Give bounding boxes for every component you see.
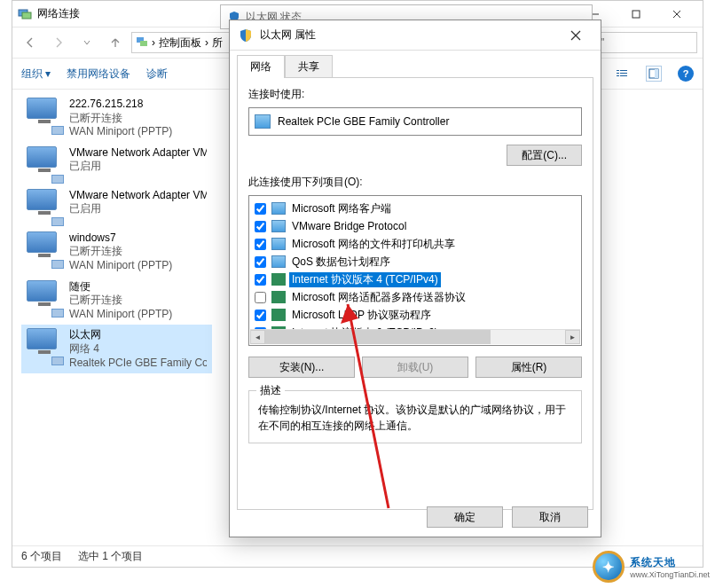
component-row[interactable]: Internet 协议版本 4 (TCP/IPv4) <box>251 270 579 288</box>
component-checkbox[interactable] <box>255 221 266 232</box>
component-checkbox[interactable] <box>255 310 266 321</box>
connection-item[interactable]: VMware Network Adapter VMnet8 已启用 <box>21 185 212 228</box>
tab-network[interactable]: 网络 <box>237 55 285 78</box>
component-row[interactable]: Microsoft 网络客户端 <box>251 200 579 217</box>
horizontal-scrollbar[interactable]: ◄ ► <box>250 329 580 344</box>
watermark-brand: 系统天地 <box>630 555 710 570</box>
connection-driver: WAN Miniport (PPTP) <box>69 308 172 322</box>
watermark-logo-icon: ✦ <box>593 551 625 583</box>
dlg-close-button[interactable] <box>560 23 592 48</box>
svg-rect-9 <box>620 73 627 74</box>
diagnose-button[interactable]: 诊断 <box>146 67 168 82</box>
breadcrumb-sep: › <box>205 36 208 49</box>
breadcrumb-sep: › <box>152 36 155 49</box>
close-button[interactable] <box>656 1 697 27</box>
component-label: Microsoft LLDP 协议驱动程序 <box>289 308 434 323</box>
svg-rect-3 <box>632 11 640 18</box>
organize-menu[interactable]: 组织 ▾ <box>21 67 51 82</box>
install-button[interactable]: 安装(N)... <box>248 357 355 378</box>
svg-rect-12 <box>617 70 619 71</box>
connection-driver: WAN Miniport (PPTP) <box>69 259 172 273</box>
component-checkbox[interactable] <box>255 239 266 250</box>
ok-button[interactable]: 确定 <box>427 506 503 528</box>
connection-item[interactable]: 以太网 网络 4 Realtek PCIe GBE Family Co <box>21 325 212 373</box>
cancel-button[interactable]: 取消 <box>512 506 588 528</box>
selected-count: 选中 1 个项目 <box>78 549 143 564</box>
component-checkbox[interactable] <box>255 274 266 286</box>
connection-driver: Realtek PCIe GBE Family Co <box>69 357 207 371</box>
connection-item[interactable]: 随便 已断开连接 WAN Miniport (PPTP) <box>21 277 212 325</box>
connection-icon <box>27 231 62 267</box>
network-icon <box>18 7 32 21</box>
svg-rect-7 <box>140 41 147 46</box>
preview-button[interactable] <box>646 66 662 82</box>
connection-icon <box>27 328 62 364</box>
breadcrumb-root[interactable]: 控制面板 <box>159 35 201 51</box>
component-checkbox[interactable] <box>255 292 266 303</box>
description-text: 传输控制协议/Internet 协议。该协议是默认的广域网络协议，用于在不同的相… <box>258 402 572 434</box>
scroll-thumb[interactable] <box>265 330 491 344</box>
connection-status: 网络 4 <box>69 342 207 357</box>
component-label: QoS 数据包计划程序 <box>289 255 393 270</box>
component-row[interactable]: QoS 数据包计划程序 <box>251 253 579 270</box>
connection-icon <box>27 189 62 224</box>
maximize-button[interactable] <box>616 1 656 27</box>
connection-item[interactable]: 222.76.215.218 已断开连接 WAN Miniport (PPTP) <box>21 94 212 143</box>
shield-icon <box>239 28 253 43</box>
breadcrumb-current[interactable]: 所 <box>212 35 223 51</box>
component-list[interactable]: Microsoft 网络客户端 VMware Bridge Protocol M… <box>248 195 582 346</box>
connection-driver: WAN Miniport (PPTP) <box>69 125 172 139</box>
component-icon <box>271 220 286 232</box>
help-button[interactable]: ? <box>678 66 694 82</box>
tab-share[interactable]: 共享 <box>285 55 333 78</box>
history-dropdown[interactable] <box>75 31 99 54</box>
watermark-url: www.XiTongTianDi.net <box>630 570 710 579</box>
connection-name: 以太网 <box>69 328 207 342</box>
items-label: 此连接使用下列项目(O): <box>248 175 582 190</box>
connection-name: windows7 <box>69 231 172 246</box>
connection-icon <box>27 146 62 182</box>
up-button[interactable] <box>103 31 128 54</box>
disable-device-button[interactable]: 禁用网络设备 <box>67 67 130 82</box>
scroll-right[interactable]: ► <box>565 330 580 344</box>
connection-status: 已断开连接 <box>69 294 172 308</box>
nic-icon <box>255 114 271 129</box>
connection-name: 随便 <box>69 280 172 294</box>
connection-name: VMware Network Adapter VMnet1 <box>69 146 207 161</box>
description-legend: 描述 <box>256 383 285 398</box>
svg-rect-8 <box>617 73 619 74</box>
component-row[interactable]: VMware Bridge Protocol <box>251 217 579 235</box>
configure-button[interactable]: 配置(C)... <box>507 145 582 166</box>
connection-icon <box>27 98 62 133</box>
component-row[interactable]: Microsoft LLDP 协议驱动程序 <box>251 306 579 324</box>
dlg-titlebar: 以太网 属性 <box>230 20 601 51</box>
component-label: Internet 协议版本 4 (TCP/IPv4) <box>289 272 441 287</box>
component-row[interactable]: Microsoft 网络适配器多路传送器协议 <box>251 288 579 306</box>
back-button[interactable] <box>18 31 43 54</box>
component-checkbox[interactable] <box>255 203 266 215</box>
description-group: 描述 传输控制协议/Internet 协议。该协议是默认的广域网络协议，用于在不… <box>248 390 582 443</box>
connection-status: 已断开连接 <box>69 112 172 126</box>
connection-name: 222.76.215.218 <box>69 98 172 112</box>
component-checkbox[interactable] <box>255 256 266 268</box>
adapter-name: Realtek PCIe GBE Family Controller <box>278 115 449 128</box>
component-row[interactable]: Microsoft 网络的文件和打印机共享 <box>251 235 579 253</box>
forward-button[interactable] <box>46 31 71 54</box>
dlg-tabs: 网络 共享 <box>237 54 593 77</box>
dlg-body: 连接时使用: Realtek PCIe GBE Family Controlle… <box>237 77 593 510</box>
connection-item[interactable]: VMware Network Adapter VMnet1 已启用 <box>21 143 212 185</box>
svg-rect-1 <box>22 12 31 19</box>
svg-rect-11 <box>620 75 627 76</box>
watermark: ✦ 系统天地 www.XiTongTianDi.net <box>593 551 710 583</box>
dlg-title: 以太网 属性 <box>260 27 560 43</box>
properties-button[interactable]: 属性(R) <box>475 357 582 378</box>
uninstall-button: 卸载(U) <box>362 357 468 378</box>
component-icon <box>271 291 286 303</box>
connection-item[interactable]: windows7 已断开连接 WAN Miniport (PPTP) <box>21 228 212 277</box>
view-button[interactable] <box>614 66 630 82</box>
dlg-footer: 确定 取消 <box>427 506 588 528</box>
connection-name: VMware Network Adapter VMnet8 <box>69 189 207 203</box>
breadcrumb-icon <box>136 35 148 51</box>
scroll-left[interactable]: ◄ <box>250 330 265 344</box>
svg-rect-15 <box>655 69 658 78</box>
